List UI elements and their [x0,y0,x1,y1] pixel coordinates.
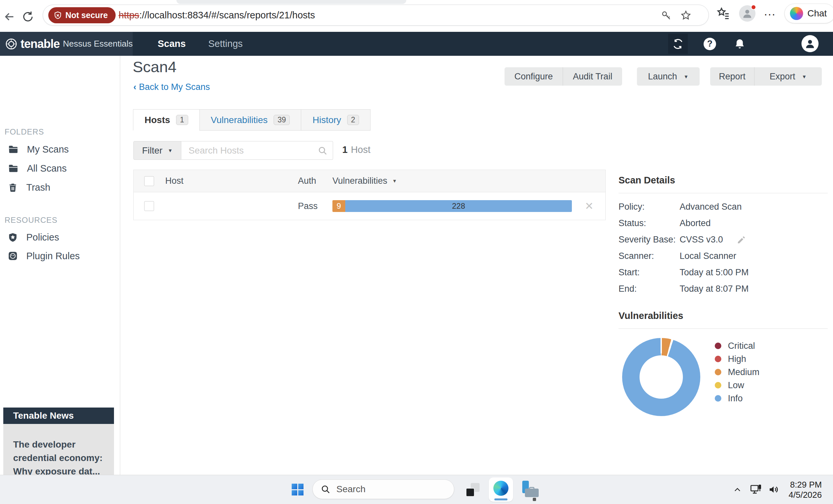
favorites-list-icon[interactable] [716,6,731,21]
taskbar-clock[interactable]: 8:29 PM 4/5/2026 [782,480,822,500]
tenable-logo-icon [5,37,18,51]
back-icon [3,10,16,23]
sort-caret-icon: ▾ [393,178,396,184]
nav-item-settings[interactable]: Settings [208,32,243,56]
taskbar-search-box[interactable] [312,479,454,499]
not-secure-badge[interactable]: Not secure [48,7,116,23]
notifications-bell-icon [734,38,746,50]
launch-button[interactable]: Launch▼ [637,67,700,86]
sidebar-item-plugin-rules[interactable]: Plugin Rules [0,246,120,266]
search-icon [318,146,328,155]
nessus-top-nav: tenable Nessus Essentials Scans Settings… [0,32,833,56]
chevron-down-icon: ▼ [684,74,688,79]
vulnerabilities-legend: CriticalHighMediumLowInfo [715,339,759,405]
host-count-number: 1 [342,144,348,155]
trash-icon [8,182,18,193]
toolbox-app-button[interactable] [522,481,539,498]
vulnerabilities-panel: Vulnerabilities [619,310,828,337]
export-button[interactable]: Export▼ [754,67,822,86]
windows-taskbar: 8:29 PM 4/5/2026 [0,475,833,504]
start-button[interactable] [292,484,304,496]
host-row-checkbox[interactable] [144,201,154,211]
tab-history[interactable]: History2 [301,109,371,131]
favorite-star-icon[interactable] [680,10,691,21]
remove-host-icon[interactable]: ✕ [585,200,594,212]
browser-reload-button[interactable] [20,9,35,24]
vulnerabilities-heading: Vulnerabilities [619,310,828,329]
resources-heading: RESOURCES [5,216,57,225]
folder-icon [8,163,18,174]
configure-button[interactable]: Configure [504,67,563,86]
column-header-host[interactable]: Host [165,176,298,186]
page-title: Scan4 [133,58,176,76]
detail-value: Aborted [680,218,711,228]
detail-label: Status: [619,218,680,228]
url-rest: ://localhost:8834/#/scans/reports/21/hos… [139,10,315,21]
severity-bar[interactable]: 9 228 [332,200,572,212]
app-badge-dot [533,498,536,501]
edit-severity-icon[interactable] [737,235,746,245]
column-header-vulnerabilities[interactable]: Vulnerabilities▾ [332,176,605,186]
nav-item-scans[interactable]: Scans [158,32,186,56]
sidebar-item-policies[interactable]: Policies [0,228,120,247]
clock-date: 4/5/2026 [782,490,822,500]
copilot-chat-button[interactable]: Chat [784,4,833,23]
address-bar[interactable]: Not secure https://localhost:8834/#/scan… [43,5,709,26]
news-title: Tenable News [3,407,114,424]
detail-label: Start: [619,268,680,278]
user-menu-button[interactable] [802,35,818,52]
news-headline-line: The developer [13,438,105,451]
search-hosts-input[interactable] [181,142,333,159]
browser-back-button[interactable] [2,9,17,24]
scan-detail-row: Status:Aborted [619,218,828,228]
network-icon[interactable] [749,483,763,496]
volume-icon[interactable] [768,484,780,496]
export-label: Export [769,72,795,82]
detail-value: Today at 8:07 PM [680,284,748,294]
url-scheme: https [119,10,139,21]
sidebar-item-trash[interactable]: Trash [0,178,120,197]
nessus-brand: tenable Nessus Essentials [0,32,133,56]
legend-color-dot [715,356,721,362]
table-row[interactable]: Pass 9 228 ✕ [134,192,605,220]
browser-profile-avatar[interactable] [739,5,756,22]
copilot-icon [790,7,803,20]
taskbar-search-input[interactable] [336,484,435,495]
show-hidden-icons-button[interactable] [733,486,742,494]
severity-bar-info[interactable]: 228 [345,200,572,212]
legend-label: Low [728,380,744,390]
chevron-down-icon: ▼ [802,74,807,79]
severity-bar-medium[interactable]: 9 [332,200,345,212]
vulnerabilities-donut-chart[interactable] [622,338,700,416]
tab-vulnerabilities[interactable]: Vulnerabilities39 [199,109,302,131]
sidebar-item-label: Policies [26,232,59,243]
legend-item: Info [715,392,759,405]
filter-button[interactable]: Filter▼ [133,141,181,160]
report-export-group: Report Export▼ [710,67,822,86]
launch-label: Launch [648,72,677,82]
refresh-button[interactable] [668,34,688,54]
header-check-cell [134,176,165,186]
back-to-my-scans-link[interactable]: ‹Back to My Scans [133,82,210,92]
detail-value: Advanced Scan [680,202,742,212]
shield-star-icon [8,232,18,243]
password-key-icon[interactable] [661,10,672,21]
audit-trail-button[interactable]: Audit Trail [563,67,622,86]
select-all-checkbox[interactable] [144,176,154,186]
folders-heading: FOLDERS [5,127,44,136]
task-view-button[interactable] [466,483,480,497]
toolbox-body [525,488,539,497]
scan-details-panel: Scan Details Policy:Advanced ScanStatus:… [619,175,828,300]
tab-hosts[interactable]: Hosts1 [133,109,200,131]
browser-toolbar: Not secure https://localhost:8834/#/scan… [0,0,833,32]
tab-count-badge: 2 [347,115,359,125]
column-header-auth[interactable]: Auth [298,176,332,186]
sidebar-item-all-scans[interactable]: All Scans [0,159,120,178]
notifications-button[interactable] [730,34,749,54]
sidebar-item-my-scans[interactable]: My Scans [0,140,120,159]
browser-menu-icon[interactable]: ... [764,5,776,18]
help-button[interactable]: ? [700,34,720,54]
browser-tab-sliver[interactable] [176,0,406,4]
report-button[interactable]: Report [710,67,754,86]
edge-browser-button[interactable] [489,477,513,502]
